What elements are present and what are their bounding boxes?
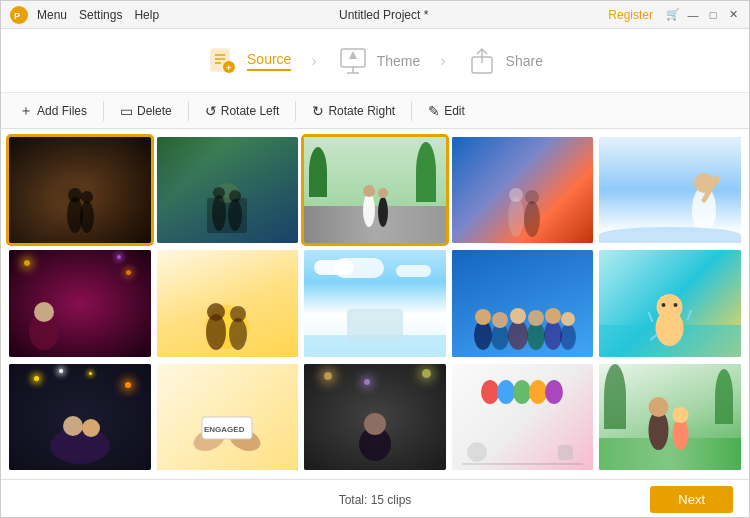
media-item-8[interactable] — [304, 250, 446, 356]
delete-icon: ▭ — [120, 103, 133, 119]
media-item-10[interactable] — [599, 250, 741, 356]
media-item-12[interactable]: ENGAGED — [157, 364, 299, 470]
minimize-button[interactable]: — — [685, 7, 701, 23]
window-controls: Register 🛒 — □ ✕ — [608, 7, 741, 23]
svg-point-70 — [359, 427, 391, 461]
svg-point-30 — [524, 201, 540, 237]
cart-icon[interactable]: 🛒 — [665, 7, 681, 23]
svg-point-41 — [207, 303, 225, 321]
svg-point-23 — [229, 190, 241, 202]
media-item-5[interactable] — [599, 137, 741, 243]
svg-point-20 — [212, 195, 226, 231]
menu-item-help[interactable]: Help — [134, 8, 159, 22]
svg-point-37 — [34, 302, 54, 322]
maximize-button[interactable]: □ — [705, 7, 721, 23]
next-button[interactable]: Next — [650, 486, 733, 513]
rotate-left-button[interactable]: ↺ Rotate Left — [195, 99, 290, 123]
svg-point-63 — [50, 428, 110, 464]
window-title: Untitled Project * — [159, 8, 608, 22]
media-item-7[interactable] — [157, 250, 299, 356]
svg-point-38 — [205, 305, 249, 349]
close-button[interactable]: ✕ — [725, 7, 741, 23]
share-icon — [466, 45, 498, 77]
svg-point-24 — [363, 193, 375, 227]
total-clips-label: Total: 15 clips — [339, 493, 412, 507]
svg-point-65 — [82, 419, 100, 437]
media-item-4[interactable] — [452, 137, 594, 243]
wizard-step-share[interactable]: Share — [450, 37, 559, 85]
wizard-arrow-2: › — [440, 52, 445, 70]
toolbar-divider-1 — [103, 101, 104, 121]
app-logo: P — [9, 5, 29, 25]
edit-icon: ✎ — [428, 103, 440, 119]
rotate-left-icon: ↺ — [205, 103, 217, 119]
edit-button[interactable]: ✎ Edit — [418, 99, 475, 123]
svg-text:+: + — [226, 63, 231, 73]
svg-point-40 — [206, 314, 226, 350]
svg-point-33 — [694, 173, 714, 193]
menu-item-settings[interactable]: Settings — [79, 8, 122, 22]
svg-marker-9 — [349, 51, 357, 59]
media-grid: ENGAGED — [1, 129, 749, 479]
svg-point-49 — [510, 308, 526, 324]
toolbar-divider-4 — [411, 101, 412, 121]
media-item-2[interactable] — [157, 137, 299, 243]
svg-point-46 — [491, 324, 509, 350]
bottom-bar: Total: 15 clips Next — [1, 479, 749, 518]
svg-point-76 — [545, 380, 563, 404]
svg-point-17 — [81, 191, 93, 203]
svg-point-75 — [529, 380, 547, 404]
svg-point-26 — [378, 197, 388, 227]
media-item-9[interactable] — [452, 250, 594, 356]
svg-point-44 — [474, 320, 492, 350]
media-item-6[interactable] — [9, 250, 151, 356]
svg-point-28 — [508, 197, 524, 237]
svg-point-80 — [673, 407, 689, 423]
delete-button[interactable]: ▭ Delete — [110, 99, 182, 123]
svg-point-50 — [527, 322, 545, 350]
add-files-button[interactable]: ＋ Add Files — [9, 98, 97, 124]
wizard-step-source[interactable]: + Source — [191, 37, 307, 85]
title-bar: P Menu Settings Help Untitled Project * … — [1, 1, 749, 29]
svg-line-62 — [651, 334, 658, 340]
media-item-13[interactable] — [304, 364, 446, 470]
svg-point-19 — [215, 183, 239, 203]
svg-point-48 — [508, 320, 528, 350]
svg-point-25 — [363, 185, 375, 197]
media-item-1[interactable] — [9, 137, 151, 243]
svg-text:ENGAGED: ENGAGED — [204, 425, 245, 434]
media-item-3[interactable] — [304, 137, 446, 243]
svg-point-51 — [528, 310, 544, 326]
svg-point-36 — [29, 314, 59, 350]
media-item-11[interactable] — [9, 364, 151, 470]
svg-line-61 — [688, 310, 692, 320]
wizard-step-theme[interactable]: Theme — [321, 37, 437, 85]
media-item-14[interactable] — [452, 364, 594, 470]
svg-point-27 — [378, 188, 388, 198]
svg-point-58 — [662, 303, 666, 307]
svg-point-64 — [63, 416, 83, 436]
rotate-right-button[interactable]: ↻ Rotate Right — [302, 99, 405, 123]
svg-line-60 — [649, 312, 653, 322]
svg-point-16 — [80, 201, 94, 233]
menu-item-menu[interactable]: Menu — [37, 8, 67, 22]
wizard-arrow-1: › — [311, 52, 316, 70]
svg-point-56 — [656, 310, 684, 346]
rotate-right-icon: ↻ — [312, 103, 324, 119]
toolbar: ＋ Add Files ▭ Delete ↺ Rotate Left ↻ Rot… — [1, 93, 749, 129]
toolbar-divider-2 — [188, 101, 189, 121]
source-step-label: Source — [247, 51, 291, 71]
media-item-15[interactable] — [599, 364, 741, 470]
svg-point-32 — [692, 186, 716, 234]
svg-point-31 — [525, 190, 539, 204]
register-link[interactable]: Register — [608, 8, 653, 22]
svg-point-67 — [227, 425, 264, 455]
wizard-steps: + Source › Theme › Share — [1, 29, 749, 93]
svg-rect-18 — [207, 198, 247, 233]
theme-icon — [337, 45, 369, 77]
theme-step-label: Theme — [377, 53, 421, 69]
svg-point-53 — [545, 308, 561, 324]
svg-point-29 — [509, 188, 523, 202]
svg-point-77 — [649, 410, 669, 450]
svg-point-74 — [513, 380, 531, 404]
